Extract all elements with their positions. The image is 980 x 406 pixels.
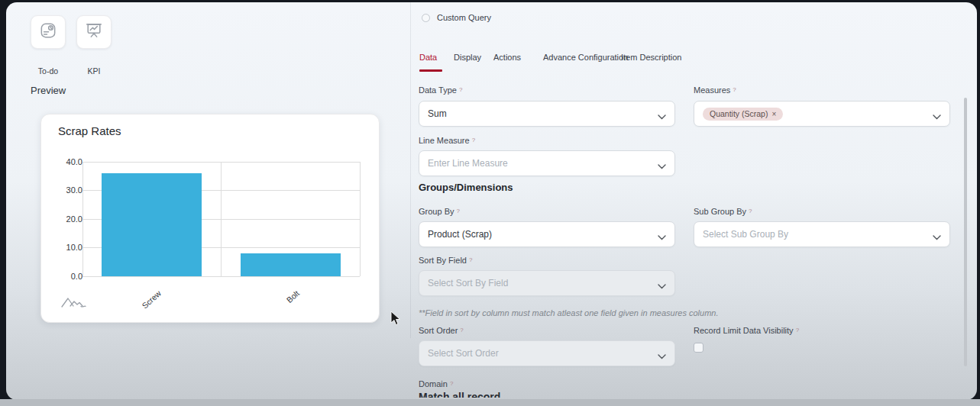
sort-order-select[interactable]: Select Sort Order xyxy=(419,340,675,366)
sort-by-field-label: Sort By Field? xyxy=(419,256,472,265)
chevron-down-icon xyxy=(933,111,941,122)
tab-display[interactable]: Display xyxy=(454,53,481,62)
bar-bolt xyxy=(241,253,341,276)
x-tick-label: Bolt xyxy=(260,288,301,327)
active-tab-underline xyxy=(419,69,442,72)
mouse-cursor xyxy=(390,311,402,330)
x-tick-label: Screw xyxy=(121,288,163,327)
measure-tag: Quantity (Scrap) × xyxy=(703,108,783,121)
chart-plot-area xyxy=(82,162,360,276)
domain-partial-value: Match all record xyxy=(419,391,648,398)
main-panel: To-do KPI Preview Scrap Rates 0.010.020.… xyxy=(6,2,977,400)
kpi-presentation-icon xyxy=(84,21,104,44)
widget-type-kpi[interactable]: KPI xyxy=(76,15,112,73)
chart-preview-card: Scrap Rates 0.010.020.030.040.0 ScrewBol… xyxy=(40,114,380,323)
line-measure-placeholder: Enter Line Measure xyxy=(428,158,508,169)
tab-data[interactable]: Data xyxy=(419,53,437,62)
group-by-value: Product (Scrap) xyxy=(428,229,492,240)
help-icon: ? xyxy=(469,256,472,263)
y-tick-label: 10.0 xyxy=(52,243,82,252)
y-tick-label: 40.0 xyxy=(52,157,82,166)
chevron-down-icon xyxy=(658,281,666,292)
chart-x-axis: ScrewBolt xyxy=(82,279,360,317)
data-type-value: Sum xyxy=(428,108,447,119)
help-icon: ? xyxy=(450,380,453,387)
chevron-down-icon xyxy=(658,111,666,122)
bottom-edge xyxy=(0,399,980,406)
y-tick-label: 20.0 xyxy=(52,214,82,224)
scrollbar-thumb[interactable] xyxy=(964,98,967,366)
gridline xyxy=(82,162,83,276)
help-icon: ? xyxy=(460,327,463,334)
help-icon: ? xyxy=(796,327,799,334)
remove-tag-icon[interactable]: × xyxy=(771,110,776,118)
todo-clipboard-icon xyxy=(38,21,58,44)
chart-title: Scrap Rates xyxy=(58,124,121,137)
sub-group-by-select[interactable]: Select Sub Group By xyxy=(694,221,950,247)
chart-watermark-icon xyxy=(61,296,87,311)
sort-order-placeholder: Select Sort Order xyxy=(428,348,499,359)
kpi-label: KPI xyxy=(76,66,112,76)
chevron-down-icon xyxy=(933,232,941,243)
sort-note: **Field in sort by column must match atl… xyxy=(419,308,719,317)
line-measure-select[interactable]: Enter Line Measure xyxy=(419,150,675,176)
sort-by-field-placeholder: Select Sort By Field xyxy=(428,278,508,288)
measures-label: Measures? xyxy=(694,85,736,95)
todo-card[interactable] xyxy=(31,15,66,49)
line-measure-label: Line Measure? xyxy=(419,136,475,145)
column-divider xyxy=(410,2,411,338)
tab-item-description[interactable]: Item Description xyxy=(621,53,681,62)
custom-query-label: Custom Query xyxy=(437,13,491,22)
measure-tag-label: Quantity (Scrap) xyxy=(710,109,768,118)
help-icon: ? xyxy=(749,208,752,214)
kpi-card[interactable] xyxy=(76,15,112,49)
todo-label: To-do xyxy=(31,66,66,76)
measures-select[interactable]: Quantity (Scrap) × xyxy=(694,101,950,127)
tab-bar: Data Display Actions Advance Configurati… xyxy=(419,50,954,74)
help-icon: ? xyxy=(456,208,459,214)
sub-group-by-placeholder: Select Sub Group By xyxy=(703,229,788,240)
chevron-down-icon xyxy=(658,161,666,172)
groups-dimensions-heading: Groups/Dimensions xyxy=(419,182,513,193)
custom-query-option[interactable]: Custom Query xyxy=(422,13,491,22)
widget-type-todo[interactable]: To-do xyxy=(31,15,66,73)
help-icon: ? xyxy=(733,86,736,93)
group-by-label: Group By? xyxy=(419,207,460,216)
domain-label: Domain? xyxy=(419,379,453,388)
help-icon: ? xyxy=(459,86,462,93)
gridline xyxy=(221,162,222,276)
bar-screw xyxy=(102,173,202,276)
group-by-select[interactable]: Product (Scrap) xyxy=(419,221,675,247)
custom-query-radio[interactable] xyxy=(422,14,430,22)
preview-heading: Preview xyxy=(31,85,66,96)
help-icon: ? xyxy=(472,137,475,143)
chevron-down-icon xyxy=(658,351,666,362)
gridline xyxy=(360,162,361,276)
sort-by-field-select[interactable]: Select Sort By Field xyxy=(419,270,675,296)
y-tick-label: 0.0 xyxy=(52,272,82,281)
chevron-down-icon xyxy=(658,232,666,243)
sub-group-by-label: Sub Group By? xyxy=(694,207,752,216)
tab-actions[interactable]: Actions xyxy=(493,53,521,62)
sort-order-label: Sort Order? xyxy=(419,326,464,335)
config-panel: Custom Query Data Display Actions Advanc… xyxy=(419,2,965,400)
record-limit-checkbox[interactable] xyxy=(694,343,703,353)
data-type-select[interactable]: Sum xyxy=(419,101,675,127)
data-type-label: Data Type? xyxy=(419,85,462,95)
tab-advance-configuration[interactable]: Advance Configuration xyxy=(543,53,628,62)
record-limit-label: Record Limit Data Visibility? xyxy=(694,326,799,335)
y-tick-label: 30.0 xyxy=(52,185,82,195)
